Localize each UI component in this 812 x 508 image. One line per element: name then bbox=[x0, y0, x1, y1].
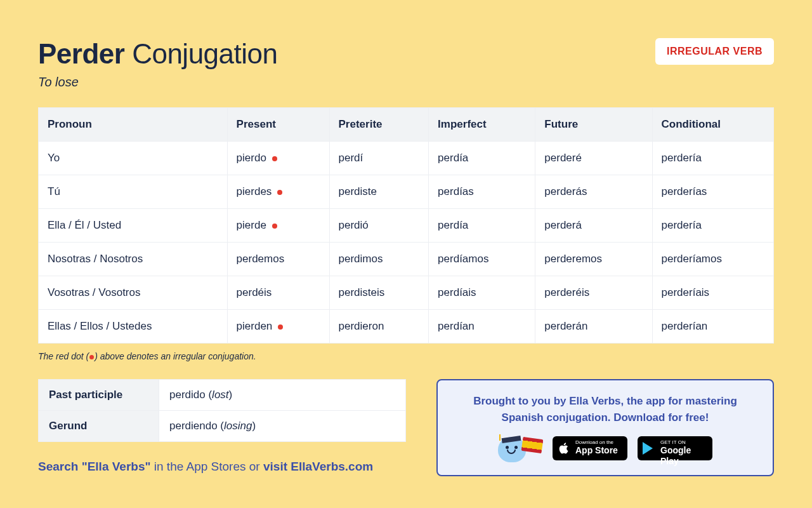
conjugation-cell: perdieron bbox=[329, 310, 429, 344]
column-header: Conditional bbox=[652, 108, 773, 142]
conjugation-cell: perderíamos bbox=[652, 243, 773, 276]
conjugation-cell: perderéis bbox=[535, 276, 652, 310]
mascot-icon bbox=[498, 434, 542, 462]
promo-box: Brought to you by Ella Verbs, the app fo… bbox=[436, 379, 774, 476]
conjugation-table: PronounPresentPreteriteImperfectFutureCo… bbox=[38, 107, 774, 344]
column-header: Preterite bbox=[329, 108, 429, 142]
pronoun-cell: Nosotras / Nosotros bbox=[39, 243, 228, 276]
conjugation-cell: perderán bbox=[535, 310, 652, 344]
page-title: Perder Conjugation bbox=[38, 38, 278, 70]
conjugation-cell: perdían bbox=[429, 310, 535, 344]
irregular-dot-icon bbox=[278, 324, 283, 330]
table-row: Vosotras / Vosotrosperdéis perdisteis pe… bbox=[39, 276, 774, 310]
conjugation-cell: perdíais bbox=[429, 276, 535, 310]
red-dot-icon bbox=[89, 355, 94, 359]
conjugation-cell: pierdo bbox=[227, 142, 329, 175]
conjugation-cell: perdisteis bbox=[329, 276, 429, 310]
conjugation-cell: perdía bbox=[429, 209, 535, 243]
footnote: The red dot () above denotes an irregula… bbox=[38, 351, 774, 361]
past-participle-label: Past participle bbox=[39, 380, 159, 411]
gerund-value: perdiendo (losing) bbox=[159, 411, 406, 442]
promo-text: Brought to you by Ella Verbs, the app fo… bbox=[453, 393, 757, 425]
conjugation-cell: perdíamos bbox=[429, 243, 535, 276]
conjugation-cell: perderíais bbox=[652, 276, 773, 310]
irregular-dot-icon bbox=[277, 190, 282, 195]
conjugation-cell: perdemos bbox=[227, 243, 329, 276]
conjugation-cell: perderé bbox=[535, 142, 652, 175]
pronoun-cell: Tú bbox=[39, 175, 228, 209]
pronoun-cell: Ellas / Ellos / Ustedes bbox=[39, 310, 228, 344]
conjugation-cell: perderás bbox=[535, 175, 652, 209]
irregular-dot-icon bbox=[272, 156, 277, 161]
conjugation-cell: perdiste bbox=[329, 175, 429, 209]
table-row: Ellas / Ellos / Ustedespierden perdieron… bbox=[39, 310, 774, 344]
conjugation-cell: pierdes bbox=[227, 175, 329, 209]
conjugation-cell: perdía bbox=[429, 142, 535, 175]
conjugation-cell: perderá bbox=[535, 209, 652, 243]
column-header: Imperfect bbox=[429, 108, 535, 142]
conjugation-cell: perdimos bbox=[329, 243, 429, 276]
conjugation-cell: perderían bbox=[652, 310, 773, 344]
pronoun-cell: Ella / Él / Usted bbox=[39, 209, 228, 243]
conjugation-cell: perderías bbox=[652, 175, 773, 209]
google-play-badge[interactable]: GET IT ON Google Play bbox=[638, 436, 712, 460]
table-row: Túpierdes perdiste perdías perderás perd… bbox=[39, 175, 774, 209]
apple-icon bbox=[558, 442, 570, 455]
table-row: Nosotras / Nosotrosperdemos perdimos per… bbox=[39, 243, 774, 276]
conjugation-cell: perderemos bbox=[535, 243, 652, 276]
pronoun-cell: Yo bbox=[39, 142, 228, 175]
gerund-label: Gerund bbox=[39, 411, 159, 442]
column-header: Future bbox=[535, 108, 652, 142]
pronoun-cell: Vosotras / Vosotros bbox=[39, 276, 228, 310]
google-play-icon bbox=[643, 442, 653, 455]
forms-table: Past participle perdido (lost) Gerund pe… bbox=[38, 379, 406, 442]
conjugation-cell: pierde bbox=[227, 209, 329, 243]
conjugation-cell: perdéis bbox=[227, 276, 329, 310]
conjugation-cell: perdió bbox=[329, 209, 429, 243]
conjugation-cell: perdí bbox=[329, 142, 429, 175]
irregular-dot-icon bbox=[272, 224, 277, 229]
conjugation-cell: perdería bbox=[652, 209, 773, 243]
irregular-badge: IRREGULAR VERB bbox=[655, 38, 774, 65]
conjugation-cell: perdías bbox=[429, 175, 535, 209]
verb-name: Perder bbox=[38, 38, 124, 69]
table-row: Ella / Él / Ustedpierde perdió perdía pe… bbox=[39, 209, 774, 243]
search-line: Search "Ella Verbs" in the App Stores or… bbox=[38, 460, 406, 474]
app-store-badge[interactable]: Download on the App Store bbox=[553, 436, 627, 460]
conjugation-cell: pierden bbox=[227, 310, 329, 344]
title-suffix: Conjugation bbox=[132, 38, 277, 69]
verb-translation: To lose bbox=[38, 75, 278, 90]
table-row: Yopierdo perdí perdía perderé perdería bbox=[39, 142, 774, 175]
conjugation-cell: perdería bbox=[652, 142, 773, 175]
past-participle-value: perdido (lost) bbox=[159, 380, 406, 411]
column-header: Pronoun bbox=[39, 108, 228, 142]
column-header: Present bbox=[227, 108, 329, 142]
